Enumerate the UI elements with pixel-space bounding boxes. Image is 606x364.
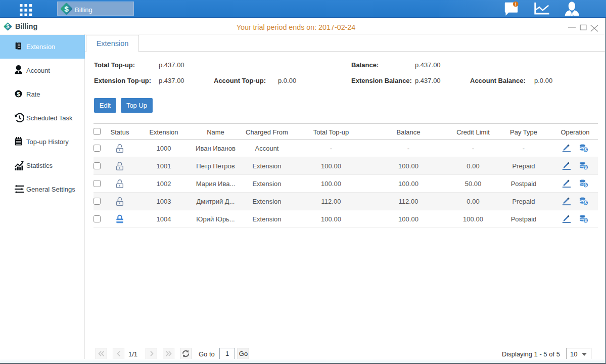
svg-text:$: $	[584, 218, 587, 223]
svg-text:!: !	[515, 2, 517, 7]
svg-text:$: $	[584, 200, 587, 205]
svg-text:$: $	[17, 91, 20, 97]
svg-text:$: $	[584, 165, 587, 170]
svg-text:$: $	[584, 147, 587, 152]
svg-text:$: $	[64, 5, 69, 13]
svg-text:$: $	[584, 183, 587, 188]
